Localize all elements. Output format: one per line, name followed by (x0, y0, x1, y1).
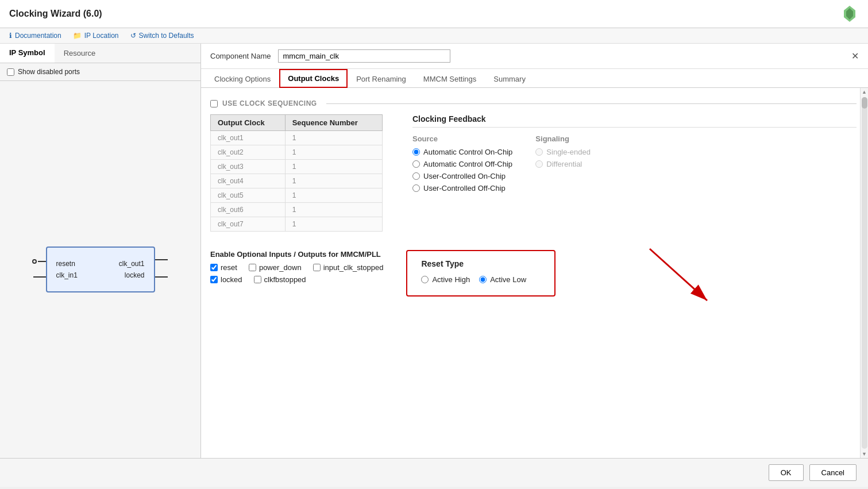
opt-label-row1-0: reset (221, 263, 237, 272)
documentation-link[interactable]: ℹ Documentation (9, 32, 61, 40)
two-col-layout: Output Clock Sequence Number clk_out11cl… (210, 114, 857, 232)
source-radio-2[interactable] (412, 172, 420, 180)
refresh-icon: ↺ (130, 32, 136, 40)
seq-number-cell: 1 (285, 203, 382, 217)
seq-number-cell: 1 (285, 188, 382, 203)
switch-defaults-link[interactable]: ↺ Switch to Defaults (130, 32, 194, 40)
app-title: Clocking Wizard (6.0) (9, 9, 102, 19)
tab-port-renaming[interactable]: Port Renaming (348, 69, 415, 88)
right-panel: Component Name ✕ Clocking Options Output… (201, 44, 868, 458)
tab-mmcm-settings[interactable]: MMCM Settings (415, 69, 485, 88)
seq-number-cell: 1 (285, 145, 382, 160)
table-row: clk_out71 (211, 217, 383, 232)
ip-location-link[interactable]: 📁 IP Location (73, 32, 119, 40)
table-row: clk_out51 (211, 188, 383, 203)
port-locked: locked (119, 271, 145, 279)
opt-label-row1-2: input_clk_stopped (323, 263, 384, 272)
opt-item-row1-1: power_down (249, 263, 302, 272)
source-label-1: Automatic Control Off-Chip (423, 160, 512, 168)
opt-checkbox-row2-0[interactable] (210, 276, 218, 283)
opt-checkbox-row1-1[interactable] (249, 264, 256, 271)
left-ports: resetn clk_in1 (56, 260, 78, 279)
main-layout: IP Symbol Resource Show disabled ports (0, 44, 868, 458)
use-clock-seq-row: USE CLOCK SEQUENCING (210, 97, 857, 114)
table-row: clk_out61 (211, 203, 383, 217)
tab-ip-symbol[interactable]: IP Symbol (0, 44, 55, 63)
opt-checkbox-row1-2[interactable] (313, 264, 321, 271)
show-disabled-label[interactable]: Show disabled ports (7, 68, 194, 76)
source-label-3: User-Controlled Off-Chip (423, 184, 506, 192)
scroll-up-arrow[interactable]: ▲ (861, 88, 869, 96)
scroll-thumb (862, 97, 867, 109)
output-clock-section: Output Clock Sequence Number clk_out11cl… (210, 114, 394, 232)
xilinx-logo (840, 5, 859, 23)
table-row: clk_out41 (211, 174, 383, 188)
close-button[interactable]: ✕ (851, 51, 859, 61)
tab-summary[interactable]: Summary (485, 69, 534, 88)
reset-radio-0[interactable] (421, 276, 429, 283)
ip-symbol-wrapper: resetn clk_in1 clk_out1 locked (46, 247, 155, 292)
source-option-1: Automatic Control Off-Chip (412, 160, 512, 168)
source-option-3: User-Controlled Off-Chip (412, 184, 512, 192)
opt-item-row2-0: locked (210, 275, 242, 284)
signaling-label-0: Single-ended (546, 148, 591, 156)
right-ports: clk_out1 locked (119, 260, 145, 279)
reset-type-box: Reset Type Active HighActive Low (406, 250, 555, 297)
resetn-connector (32, 259, 46, 264)
reset-radios: Active HighActive Low (421, 275, 541, 287)
source-column: Source Automatic Control On-ChipAutomati… (412, 134, 512, 196)
source-radio-0[interactable] (412, 148, 420, 156)
bottom-row: Enable Optional Inputs / Outputs for MMC… (210, 236, 857, 297)
signaling-radio-0[interactable] (535, 148, 543, 156)
ip-location-label: IP Location (84, 32, 119, 40)
switch-defaults-label: Switch to Defaults (139, 32, 194, 40)
reset-label-0: Active High (432, 275, 470, 284)
ok-button[interactable]: OK (769, 464, 804, 481)
opt-label-row1-1: power_down (259, 263, 302, 272)
clock-name-cell: clk_out7 (211, 217, 286, 232)
source-radio-1[interactable] (412, 160, 420, 168)
right-scrollbar[interactable]: ▲ ▼ (860, 88, 868, 458)
cancel-button[interactable]: Cancel (809, 464, 857, 481)
port-resetn: resetn (56, 260, 78, 268)
source-label-2: User-Controlled On-Chip (423, 172, 506, 180)
table-row: clk_out31 (211, 160, 383, 174)
use-clock-seq-checkbox[interactable] (210, 100, 218, 107)
signaling-radio-1[interactable] (535, 160, 543, 168)
table-row: clk_out11 (211, 131, 383, 145)
ip-symbol-box: resetn clk_in1 clk_out1 locked (46, 247, 155, 292)
tabs-row: Clocking Options Output Clocks Port Rena… (201, 69, 868, 88)
tab-output-clocks[interactable]: Output Clocks (279, 69, 348, 88)
ip-symbol-ports: resetn clk_in1 clk_out1 locked (56, 260, 145, 279)
clock-name-cell: clk_out3 (211, 160, 286, 174)
show-disabled-checkbox[interactable] (7, 68, 14, 76)
tab-pane-wrapper: USE CLOCK SEQUENCING Output Clock Sequen… (201, 88, 868, 458)
signaling-options: Single-endedDifferential (535, 148, 591, 168)
tab-resource[interactable]: Resource (55, 44, 105, 63)
seq-number-cell: 1 (285, 131, 382, 145)
tab-clocking-options[interactable]: Clocking Options (206, 69, 279, 88)
source-option-0: Automatic Control On-Chip (412, 148, 512, 156)
component-name-input[interactable] (278, 49, 450, 63)
scroll-down-arrow[interactable]: ▼ (861, 450, 869, 458)
source-option-2: User-Controlled On-Chip (412, 172, 512, 180)
source-radio-3[interactable] (412, 184, 420, 192)
opt-item-row1-0: reset (210, 263, 237, 272)
left-panel-tabs: IP Symbol Resource (0, 44, 200, 63)
info-icon: ℹ (9, 32, 12, 40)
documentation-label: Documentation (15, 32, 61, 40)
opt-checkbox-row1-0[interactable] (210, 264, 218, 271)
signaling-column: Signaling Single-endedDifferential (535, 134, 591, 196)
opt-item-row2-1: clkfbstopped (254, 275, 306, 284)
port-clkout1: clk_out1 (119, 260, 145, 268)
output-clock-table: Output Clock Sequence Number clk_out11cl… (210, 114, 383, 232)
scroll-track (862, 97, 867, 449)
reset-radio-1[interactable] (479, 276, 487, 283)
seq-number-cell: 1 (285, 174, 382, 188)
clock-name-cell: clk_out6 (211, 203, 286, 217)
clock-name-cell: clk_out2 (211, 145, 286, 160)
location-icon: 📁 (73, 32, 82, 40)
opt-checkbox-row2-1[interactable] (254, 276, 261, 283)
seq-number-cell: 1 (285, 160, 382, 174)
toolbar: ℹ Documentation 📁 IP Location ↺ Switch t… (0, 28, 868, 44)
